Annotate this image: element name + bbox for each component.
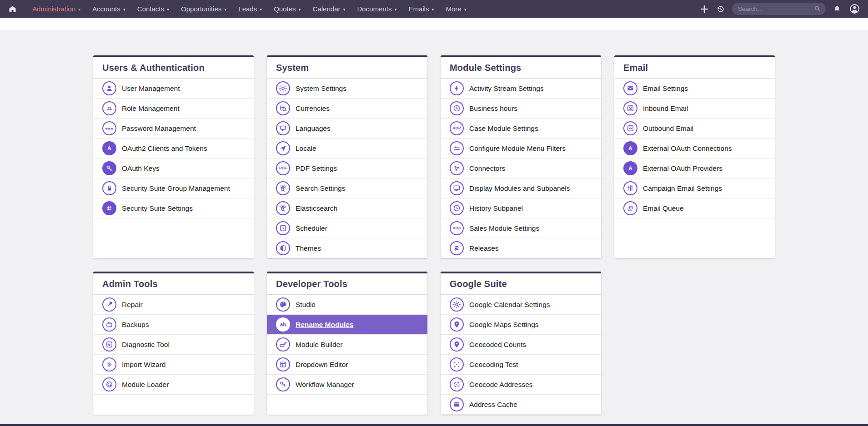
nav-item-accounts[interactable]: Accounts ▾ [86,0,131,18]
admin-panels-grid: Users & Authentication User Management R… [93,55,775,415]
admin-panel-item[interactable]: Connectors [441,159,601,178]
search-blocks-icon [276,201,290,215]
admin-panel-item[interactable]: Configure Module Menu Filters [441,139,601,159]
admin-panel: Users & Authentication User Management R… [93,55,254,258]
admin-panel-item[interactable]: Search Settings [267,178,427,198]
admin-panel-item[interactable]: Repair [93,295,254,315]
plus-icon[interactable] [699,4,709,14]
admin-panel-item[interactable]: OAuth Keys [93,159,254,178]
admin-panel-item[interactable]: ab Rename Modules [267,315,427,335]
nav-item-quotes[interactable]: Quotes ▾ [268,0,306,18]
search-blocks-icon [276,181,290,195]
archive-box-icon [450,397,464,411]
header-spacer [0,18,868,30]
admin-panel-item[interactable]: Business hours [441,99,601,119]
briefcase-icon [102,317,116,332]
admin-panel-item[interactable]: Geocoded Counts [441,335,601,355]
admin-panel-item[interactable]: Campaign Email Settings [614,178,775,198]
panel-title: Admin Tools [93,273,254,295]
speech-bubble-icon [276,121,290,135]
envelope-up-icon [623,121,637,135]
admin-panel-item[interactable]: Outbound Email [614,119,775,139]
admin-panel-item[interactable]: Email Queue [614,198,775,218]
admin-panel-item[interactable]: A External OAuth Providers [614,159,775,178]
navigation-arrow-icon [276,141,290,155]
lightning-bolt-icon [450,81,464,95]
admin-panel-item[interactable]: Inbound Email [614,99,775,119]
admin-panel-item[interactable]: AOP Case Module Settings [441,119,601,139]
admin-panel-item[interactable]: A OAuth2 Clients and Tokens [93,139,254,159]
admin-panel-item[interactable]: Releases [441,238,601,258]
admin-panel-item[interactable]: Email Settings [614,79,775,99]
admin-panel-item[interactable]: Display Modules and Subpanels [441,178,601,198]
admin-panel-item[interactable]: Address Cache [441,395,601,415]
nav-item-contacts[interactable]: Contacts ▾ [131,0,175,18]
nav-item-more[interactable]: More ▾ [440,0,472,18]
hat-icon [102,101,116,115]
admin-panel-item[interactable]: Google Maps Settings [441,315,601,335]
home-icon[interactable] [5,0,20,18]
panel-rows: System Settings Currencies Languages Loc… [267,79,427,258]
panel-title: Google Suite [441,273,601,295]
admin-panel-item[interactable]: Google Calendar Settings [441,295,601,315]
admin-panel-item[interactable]: Scheduler [267,218,427,238]
oauth-a-icon: A [102,141,116,155]
footer-bar [0,424,868,426]
map-pin-icon [450,317,464,332]
navbar-right [699,3,861,15]
admin-panel-item[interactable]: Workflow Manager [267,375,427,395]
admin-panel-item[interactable]: AOS Sales Module Settings [441,218,601,238]
search-input[interactable] [732,3,826,15]
layers-icon [450,241,464,255]
panel-rows: Repair Backups Diagnostic Tool Import Wi… [93,295,254,395]
bell-icon[interactable] [833,5,842,14]
admin-panel-item[interactable]: Geocode Addresses [441,375,601,395]
admin-panel: System System Settings Currencies Langua… [267,55,427,258]
panel-title: System [267,57,427,79]
history-icon[interactable] [716,5,725,14]
workflow-key-icon [276,377,290,391]
nav-item-calendar[interactable]: Calendar ▾ [307,0,351,18]
admin-panel-item[interactable]: Import Wizard [93,355,254,375]
admin-panel-item[interactable]: Currencies [267,99,427,119]
admin-panel-item[interactable]: Elasticsearch [267,198,427,218]
admin-panel-item[interactable]: Module Loader [93,375,254,395]
nav-item-leads[interactable]: Leads ▾ [232,0,268,18]
people-icon [102,201,116,215]
nav-item-emails[interactable]: Emails ▾ [402,0,440,18]
admin-panel-item[interactable]: Security Suite Settings [93,198,254,218]
admin-panel-item[interactable]: Studio [267,295,427,315]
admin-panel-item[interactable]: Languages [267,119,427,139]
admin-panel-item[interactable]: PDF PDF Settings [267,159,427,178]
admin-panel: Email Email Settings Inbound Email Outbo… [614,55,775,258]
admin-panel-item[interactable]: *** Password Management [93,119,254,139]
nav-item-opportunities[interactable]: Opportunities ▾ [175,0,232,18]
diagnostic-icon [102,337,116,352]
admin-panel-item[interactable]: System Settings [267,79,427,99]
admin-panel-item[interactable]: Role Management [93,99,254,119]
nav-item-administration[interactable]: Administration ▾ [26,0,86,18]
nav-item-documents[interactable]: Documents ▾ [351,0,403,18]
oauth-a-icon: A [623,141,637,155]
admin-panel-item[interactable]: Dropdown Editor [267,355,427,375]
admin-panel-item[interactable]: Module Builder [267,335,427,355]
admin-panel-item[interactable]: Activity Stream Settings [441,79,601,99]
top-navbar: Administration ▾ Accounts ▾ Contacts ▾ O… [0,0,868,18]
gear-icon [450,297,464,312]
admin-panel-item[interactable]: A External OAuth Connections [614,139,775,159]
avatar-icon[interactable] [848,3,861,15]
oauth-a-icon: A [623,161,637,175]
admin-panel-item[interactable]: User Management [93,79,254,99]
panel-title: Developer Tools [267,273,427,295]
admin-panel-item[interactable]: Security Suite Group Management [93,178,254,198]
admin-panel-item[interactable]: Themes [267,238,427,258]
padlock-icon [102,181,116,195]
admin-panel-item[interactable]: Backups [93,315,254,335]
admin-panel-item[interactable]: Diagnostic Tool [93,335,254,355]
palette-half-icon [276,241,290,255]
panel-title: Module Settings [441,57,601,79]
admin-panel-item[interactable]: History Subpanel [441,198,601,218]
admin-panel-item[interactable]: Geocoding Test [441,355,601,375]
monitor-icon [450,181,464,195]
admin-panel-item[interactable]: Locale [267,139,427,159]
